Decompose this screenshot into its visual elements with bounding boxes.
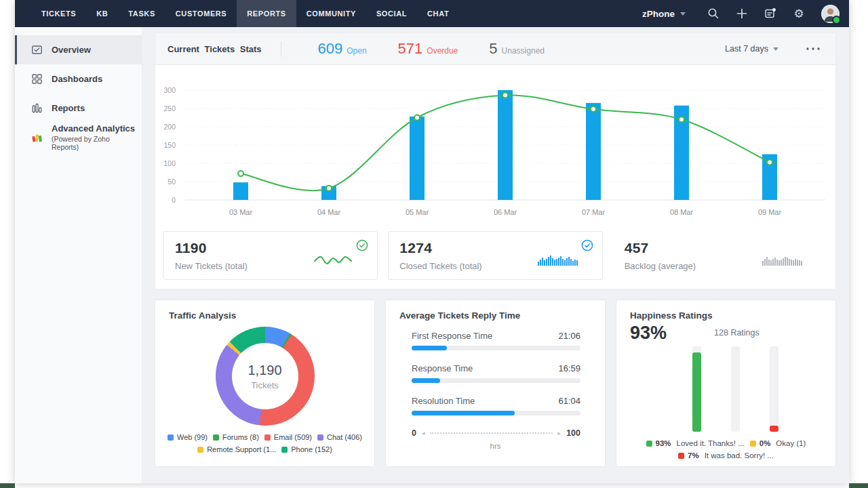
legend-item-okay-1[interactable]: 0%Okay (1): [750, 439, 806, 447]
legend-item-it-was-bad-sorry[interactable]: 7%It was bad. Sorry! ...: [678, 451, 774, 460]
legend-label: It was bad. Sorry! ...: [705, 451, 774, 460]
reply-row-response-time: Response Time16:59: [412, 363, 580, 383]
axis-left-arrow-icon: ◂: [422, 430, 425, 436]
main-content: Current Tickets Stats 609Open571Overdue5…: [142, 27, 849, 483]
legend-item-forums-8[interactable]: Forums (8): [213, 433, 259, 441]
dashboards-icon: [31, 73, 43, 85]
search-icon[interactable]: [707, 7, 719, 20]
line-point: [326, 186, 332, 191]
legend-item-loved-it-thanks[interactable]: 93%Loved it. Thanks! ...: [646, 439, 745, 447]
sidebar-item-label-text: Advanced Analytics: [52, 123, 136, 134]
nav-tab-customers[interactable]: CUSTOMERS: [165, 0, 237, 27]
summary-card-closed-tickets-total[interactable]: 1274Closed Tickets (total): [388, 231, 602, 280]
add-icon[interactable]: [736, 7, 748, 20]
reply-row-header: Resolution Time61:04: [412, 396, 580, 406]
nav-tab-social[interactable]: SOCIAL: [366, 0, 417, 27]
donut-center-label: Tickets: [251, 380, 279, 390]
legend-item-phone-152[interactable]: Phone (152): [281, 445, 332, 453]
legend-swatch: [317, 434, 323, 441]
legend-item-remote-support-1[interactable]: Remote Support (1...: [197, 445, 276, 453]
nav-menu: TICKETSKBTASKSCUSTOMERSREPORTSCOMMUNITYS…: [31, 0, 459, 27]
reply-progress-fill: [412, 346, 447, 350]
axis-dotted-line: [430, 432, 552, 434]
happiness-bar-loved-it-thanks: [692, 346, 701, 432]
axis-max-label: 100: [566, 428, 580, 438]
legend-swatch: [167, 434, 174, 441]
page-edge-strip-left: [0, 483, 15, 488]
summary-card-new-tickets-total[interactable]: 1190New Tickets (total): [163, 231, 378, 280]
legend-label: Okay (1): [776, 439, 806, 447]
svg-text:150: 150: [163, 141, 176, 149]
nav-tab-chat[interactable]: CHAT: [417, 0, 459, 27]
legend-item-web-99[interactable]: Web (99): [167, 433, 208, 441]
sidebar-item-advanced-analytics[interactable]: Advanced Analytics(Powered by Zoho Repor…: [15, 123, 142, 152]
nav-tab-community[interactable]: COMMUNITY: [296, 0, 366, 27]
chevron-down-icon: [680, 12, 686, 16]
app-window: TICKETSKBTASKSCUSTOMERSREPORTSCOMMUNITYS…: [15, 0, 849, 483]
tickets-stats-panel: Current Tickets Stats 609Open571Overdue5…: [155, 33, 836, 289]
legend-item-chat-406[interactable]: Chat (406): [317, 433, 362, 441]
legend-percent: 0%: [760, 439, 771, 447]
sidebar-item-label-text: Dashboards: [52, 74, 102, 84]
line-point: [591, 106, 596, 112]
svg-text:09 Mar: 09 Mar: [758, 208, 782, 216]
sidebar-item-label-text: Overview: [52, 45, 91, 55]
donut-center: 1,190 Tickets: [232, 343, 298, 409]
reply-progress-track: [412, 378, 580, 383]
legend-label: Email (509): [274, 433, 312, 441]
happiness-bars: [639, 346, 831, 432]
reply-progress-fill: [412, 411, 515, 415]
settings-gear-icon[interactable]: ⚙: [793, 7, 805, 20]
sidebar-item-label: Dashboards: [52, 74, 102, 84]
feeds-icon[interactable]: [764, 7, 776, 20]
product-selector[interactable]: zPhone: [642, 9, 686, 19]
svg-text:250: 250: [163, 104, 176, 113]
sparkline-bars: [762, 254, 802, 268]
date-range-label: Last 7 days: [725, 44, 768, 54]
donut-center-value: 1,190: [248, 363, 281, 378]
stat-value: 571: [398, 40, 423, 58]
line-point: [679, 117, 684, 122]
divider: [281, 41, 281, 56]
svg-text:05 Mar: 05 Mar: [406, 208, 429, 216]
legend-label: Web (99): [177, 433, 208, 441]
sidebar-item-reports[interactable]: Reports: [15, 94, 142, 123]
happiness-bar-it-was-bad-sorry: [770, 346, 778, 432]
nav-right-controls: zPhone ⚙: [642, 5, 849, 23]
ellipsis-icon: [806, 47, 821, 51]
product-selector-label: zPhone: [642, 9, 675, 19]
user-avatar[interactable]: [821, 5, 840, 23]
stat-label: Open: [347, 46, 366, 56]
donut-wrap: 1,190 Tickets: [169, 327, 361, 426]
nav-tab-kb[interactable]: KB: [86, 0, 118, 27]
traffic-legend: Web (99)Forums (8)Email (509)Chat (406)R…: [161, 433, 369, 453]
happiness-bar-fill: [692, 352, 701, 432]
legend-label: Loved it. Thanks! ...: [677, 439, 745, 447]
advanced-analytics-icon: [31, 131, 43, 143]
panel-title: Current Tickets Stats: [167, 44, 262, 54]
nav-tab-tasks[interactable]: TASKS: [118, 0, 165, 27]
card-title: Happiness Ratings: [630, 310, 822, 321]
svg-text:08 Mar: 08 Mar: [670, 208, 694, 216]
svg-text:100: 100: [163, 159, 176, 167]
stat-overdue[interactable]: 571Overdue: [398, 40, 458, 58]
date-range-select[interactable]: Last 7 days: [725, 44, 778, 54]
reply-row-label: Resolution Time: [412, 396, 475, 406]
happiness-bar-fill: [770, 426, 778, 432]
summary-card-backlog-average[interactable]: 457Backlog (average): [613, 231, 827, 280]
happiness-ratings-card: Happiness Ratings 93% 128 Ratings 93%Lov…: [616, 300, 836, 467]
reply-row-first-response-time: First Response Time21:06: [412, 331, 580, 350]
nav-tab-reports[interactable]: REPORTS: [237, 0, 296, 27]
svg-text:200: 200: [163, 123, 176, 131]
legend-item-email-509[interactable]: Email (509): [264, 433, 312, 441]
page-edge-strip-right: [849, 483, 868, 488]
stat-open[interactable]: 609Open: [318, 40, 367, 58]
more-options-button[interactable]: [803, 44, 823, 54]
sidebar-item-overview[interactable]: Overview: [15, 35, 142, 64]
stat-unassigned[interactable]: 5Unassigned: [489, 40, 545, 58]
reply-row-header: First Response Time21:06: [412, 331, 580, 341]
nav-tab-tickets[interactable]: TICKETS: [31, 0, 86, 27]
tickets-trend-chart-area: 05010015020025030003 Mar04 Mar05 Mar06 M…: [155, 65, 835, 222]
sidebar-item-dashboards[interactable]: Dashboards: [15, 64, 142, 94]
card-title: Average Tickets Reply Time: [399, 310, 591, 321]
